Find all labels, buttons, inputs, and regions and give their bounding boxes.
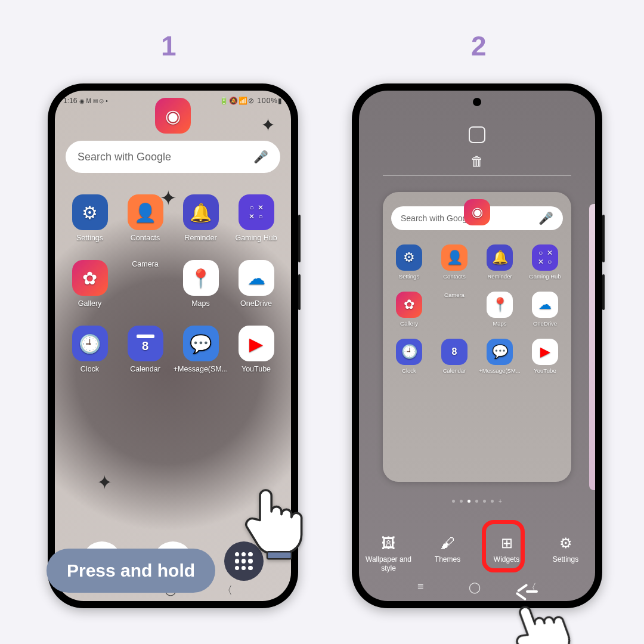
page-indicator[interactable]: + bbox=[359, 500, 595, 503]
highlight-widgets bbox=[482, 520, 525, 572]
app-grid: ⚙Settings 👤Contacts 🔔Reminder ○✕✕○Gaming… bbox=[383, 230, 571, 374]
app-camera[interactable]: ◉Camera bbox=[432, 292, 477, 327]
mic-icon[interactable]: 🎤 bbox=[538, 211, 553, 225]
app-maps[interactable]: 📍Maps bbox=[477, 292, 522, 327]
app-message[interactable]: 💬+Message(SM... bbox=[477, 339, 522, 374]
app-clock[interactable]: 🕘Clock bbox=[62, 326, 117, 373]
phone-step-1: 1:16 ◉ M ✉ ⊙ • 🔋🔕📶⊘ 100%▮ ✦ Search with … bbox=[48, 83, 298, 608]
next-page-peek[interactable] bbox=[589, 204, 595, 490]
sparkle-icon: ✦ bbox=[97, 471, 113, 494]
app-settings[interactable]: ⚙Settings bbox=[386, 244, 432, 280]
app-onedrive[interactable]: ☁OneDrive bbox=[228, 260, 284, 308]
gear-icon: ⚙ bbox=[559, 535, 572, 552]
divider bbox=[383, 175, 571, 176]
trash-icon[interactable]: 🗑 bbox=[470, 154, 484, 169]
front-camera bbox=[473, 98, 481, 106]
app-clock[interactable]: 🕘Clock bbox=[386, 339, 432, 374]
home-page-preview[interactable]: Search with Google 🎤 ⚙Settings 👤Contacts… bbox=[383, 192, 571, 482]
app-message[interactable]: 💬+Message(SM... bbox=[173, 326, 228, 373]
home-screen[interactable]: 1:16 ◉ M ✉ ⊙ • 🔋🔕📶⊘ 100%▮ ✦ Search with … bbox=[55, 91, 291, 601]
themes-button[interactable]: 🖌Themes bbox=[421, 535, 475, 572]
app-maps[interactable]: 📍Maps bbox=[173, 260, 228, 308]
home-indicator-icon[interactable] bbox=[469, 126, 485, 143]
nav-home[interactable]: ◯ bbox=[469, 581, 481, 595]
app-gallery[interactable]: ✿Gallery bbox=[62, 260, 117, 308]
sparkle-icon: ✦ bbox=[261, 114, 275, 135]
mic-icon[interactable]: 🎤 bbox=[253, 150, 268, 164]
nav-recents[interactable]: ≡ bbox=[417, 581, 424, 595]
settings-button[interactable]: ⚙Settings bbox=[539, 535, 593, 572]
sparkle-icon: ✦ bbox=[160, 186, 177, 210]
instruction-label: Press and hold bbox=[47, 549, 215, 593]
app-gaming-hub[interactable]: ○✕✕○Gaming Hub bbox=[522, 244, 568, 280]
app-gaming-hub[interactable]: ○✕✕○Gaming Hub bbox=[228, 194, 284, 242]
app-calendar[interactable]: 8Calendar bbox=[432, 339, 477, 374]
app-camera[interactable]: ◉Camera bbox=[117, 260, 173, 308]
dock-apps-drawer[interactable] bbox=[224, 541, 264, 581]
app-reminder[interactable]: 🔔Reminder bbox=[477, 244, 522, 280]
app-calendar[interactable]: 8Calendar bbox=[117, 326, 173, 373]
nav-back[interactable]: 〈 bbox=[526, 581, 537, 595]
navigation-bar: ≡ ◯ 〈 bbox=[359, 581, 595, 595]
app-reminder[interactable]: 🔔Reminder bbox=[173, 194, 228, 242]
search-placeholder: Search with Google bbox=[401, 213, 473, 223]
status-time: 1:16 ◉ M ✉ ⊙ • bbox=[63, 97, 108, 105]
wallpaper-button[interactable]: 🖼Wallpaper and style bbox=[362, 535, 416, 572]
home-edit-screen[interactable]: 🗑 Search with Google 🎤 ⚙Settings 👤Contac… bbox=[359, 91, 595, 601]
app-youtube[interactable]: ▶YouTube bbox=[228, 326, 284, 373]
app-contacts[interactable]: 👤Contacts bbox=[432, 244, 477, 280]
brush-icon: 🖌 bbox=[441, 535, 455, 552]
home-edit-toolbar: 🖼Wallpaper and style 🖌Themes ⊞Widgets ⚙S… bbox=[359, 535, 595, 572]
app-onedrive[interactable]: ☁OneDrive bbox=[522, 292, 568, 327]
app-youtube[interactable]: ▶YouTube bbox=[522, 339, 568, 374]
google-search-bar[interactable]: Search with Google 🎤 bbox=[66, 141, 280, 173]
nav-back[interactable]: 〈 bbox=[222, 583, 233, 597]
step-number-2: 2 bbox=[471, 30, 487, 62]
search-placeholder: Search with Google bbox=[78, 151, 171, 163]
status-right: 🔋🔕📶⊘ 100%▮ bbox=[219, 97, 283, 105]
app-settings[interactable]: ⚙Settings bbox=[62, 194, 117, 242]
step-number-1: 1 bbox=[161, 30, 177, 62]
phone-step-2: 🗑 Search with Google 🎤 ⚙Settings 👤Contac… bbox=[352, 83, 602, 608]
app-gallery[interactable]: ✿Gallery bbox=[386, 292, 432, 327]
image-icon: 🖼 bbox=[382, 535, 396, 552]
